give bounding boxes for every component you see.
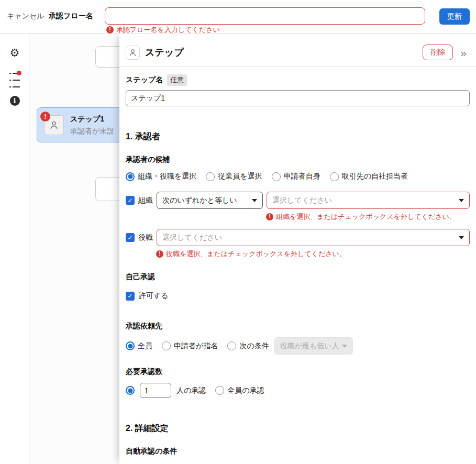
- caret-down-icon: [252, 199, 257, 202]
- radio-label: 取引先の自社担当者: [342, 172, 408, 181]
- condition-select-disabled: 役職が最も低い人: [274, 337, 353, 355]
- cancel-button[interactable]: キャンセル: [7, 12, 45, 21]
- radio-selected-icon: [126, 172, 135, 181]
- radio-icon: [206, 172, 215, 181]
- radio-all-approve[interactable]: 全員の承認: [215, 386, 264, 395]
- radio-icon: [330, 172, 339, 181]
- flow-name-input[interactable]: [105, 7, 425, 25]
- step-card-title: ステップ1: [70, 115, 104, 124]
- optional-badge: 任意: [167, 74, 187, 86]
- select-value: 次のいずれかと等しい: [162, 196, 237, 205]
- radio-icon: [215, 386, 224, 395]
- select-placeholder: 選択してください: [272, 196, 332, 205]
- allow-label: 許可する: [139, 291, 169, 301]
- radio-partner-rep[interactable]: 取引先の自社担当者: [330, 172, 408, 181]
- header-divider: [119, 67, 476, 67]
- step-name-label: ステップ名: [126, 75, 163, 85]
- radio-label: 全員の承認: [227, 386, 264, 395]
- allow-checkbox[interactable]: [126, 292, 135, 301]
- panel-title: ステップ: [145, 46, 184, 59]
- step-settings-panel: ステップ 削除 » ステップ名 任意 1. 承認者 承認者の候補 組織・役職を選…: [119, 34, 476, 464]
- gear-icon: ⚙: [10, 48, 20, 59]
- request-to-label: 承認依頼先: [126, 322, 470, 331]
- radio-org-role[interactable]: 組織・役職を選択: [126, 172, 196, 181]
- step-list-button[interactable]: [8, 71, 21, 83]
- alert-dot-icon: [17, 71, 21, 75]
- caret-down-icon: [342, 345, 347, 348]
- info-icon: i: [10, 96, 20, 106]
- radio-employee[interactable]: 従業員を選択: [206, 172, 262, 181]
- candidate-radio-group: 組織・役職を選択 従業員を選択 申請者自身 取引先の自社担当者: [126, 172, 470, 181]
- delete-step-button[interactable]: 削除: [423, 45, 453, 60]
- organization-select[interactable]: 選択してください: [267, 192, 470, 209]
- list-icon: [9, 73, 20, 81]
- settings-button[interactable]: ⚙: [8, 47, 21, 59]
- select-value: 役職が最も低い人: [280, 341, 339, 351]
- error-text: 組織を選択、またはチェックボックスを外してください。: [276, 212, 456, 222]
- required-approvals-row: 人の承認 全員の承認: [126, 383, 470, 398]
- organization-label: 組織: [138, 196, 153, 205]
- select-placeholder: 選択してください: [162, 233, 222, 242]
- role-error: ! 役職を選択、またはチェックボックスを外してください。: [156, 249, 470, 259]
- error-icon: !: [106, 26, 114, 34]
- panel-header: ステップ 削除 »: [126, 44, 470, 61]
- radio-condition[interactable]: 次の条件: [227, 341, 269, 351]
- radio-icon: [227, 341, 236, 350]
- error-icon: !: [156, 250, 163, 258]
- step-error-badge: !: [40, 112, 50, 121]
- required-approvals-label: 必要承認数: [126, 367, 470, 377]
- radio-everyone[interactable]: 全員: [126, 341, 152, 351]
- organization-error: ! 組織を選択、またはチェックボックスを外してください。: [266, 212, 470, 222]
- radio-label: 組織・役職を選択: [138, 172, 196, 181]
- step-name-row: ステップ名 任意: [126, 74, 470, 86]
- error-text: 承認フロー名を入力してください: [116, 25, 220, 35]
- radio-applicant-self[interactable]: 申請者自身: [272, 172, 320, 181]
- error-text: 役職を選択、またはチェックボックスを外してください。: [166, 249, 346, 259]
- role-checkbox[interactable]: [126, 233, 135, 242]
- radio-label: 従業員を選択: [218, 172, 262, 181]
- left-rail: ⚙ i: [0, 34, 29, 464]
- auto-approval-label: 自動承認の条件: [126, 447, 470, 456]
- radio-icon: [162, 341, 171, 350]
- radio-icon: [272, 172, 281, 181]
- section2-heading: 2. 詳細設定: [126, 423, 470, 434]
- top-bar: キャンセル 承認フロー名 ! 承認フロー名を入力してください 更新: [0, 0, 476, 34]
- role-select[interactable]: 選択してください: [157, 229, 470, 246]
- radio-label: 次の条件: [239, 341, 269, 351]
- radio-applicant-designates[interactable]: 申請者が指名: [162, 341, 218, 351]
- radio-label: 全員: [138, 341, 152, 351]
- radio-label: 申請者自身: [284, 172, 320, 181]
- person-icon: [48, 119, 60, 131]
- caret-down-icon: [459, 236, 464, 239]
- request-to-radio-group: 全員 申請者が指名 次の条件 役職が最も低い人: [126, 337, 470, 355]
- panel-step-iconbox: [126, 46, 140, 60]
- step-name-input[interactable]: [126, 90, 470, 106]
- update-button[interactable]: 更新: [439, 8, 470, 25]
- radio-selected-icon: [126, 341, 135, 350]
- organization-condition-select[interactable]: 次のいずれかと等しい: [157, 192, 263, 209]
- section1-heading: 1. 承認者: [126, 131, 470, 142]
- candidates-label: 承認者の候補: [126, 155, 470, 164]
- approval-count-input[interactable]: [140, 383, 171, 398]
- collapse-panel-icon[interactable]: »: [460, 47, 467, 58]
- approval-flow-editor: キャンセル 承認フロー名 ! 承認フロー名を入力してください 更新 ⚙ i: [0, 0, 476, 464]
- radio-label: 申請者が指名: [174, 341, 218, 351]
- organization-checkbox[interactable]: [126, 196, 135, 205]
- person-icon: [128, 48, 138, 58]
- caret-down-icon: [459, 199, 464, 202]
- flow-name-label: 承認フロー名: [49, 12, 93, 21]
- role-label: 役職: [138, 233, 153, 242]
- step-card-subtitle: 承認者が未設: [70, 127, 114, 136]
- organization-row: 組織 次のいずれかと等しい 選択してください: [126, 192, 470, 209]
- role-row: 役職 選択してください: [126, 229, 470, 246]
- step-icon-box: !: [44, 115, 64, 135]
- flow-name-error: ! 承認フロー名を入力してください: [106, 25, 220, 35]
- count-unit-label: 人の承認: [176, 386, 206, 395]
- self-approval-label: 自己承認: [126, 272, 470, 282]
- info-button[interactable]: i: [8, 94, 21, 107]
- error-icon: !: [266, 213, 273, 220]
- self-approval-row: 許可する: [126, 291, 470, 301]
- radio-count-selected-icon[interactable]: [126, 386, 135, 395]
